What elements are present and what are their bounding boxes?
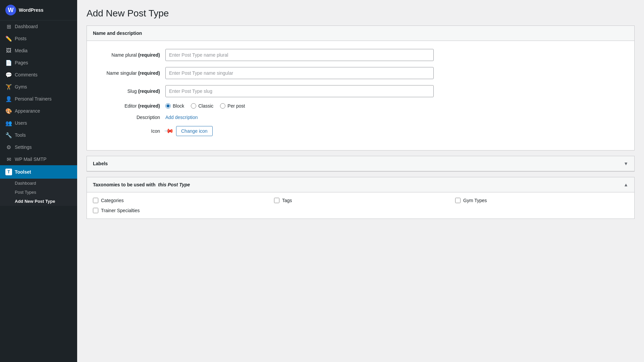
sidebar-item-comments[interactable]: 💬 Comments <box>0 69 77 81</box>
checkbox-gym-types[interactable]: Gym Types <box>455 198 628 203</box>
sidebar-item-label: Media <box>15 48 28 53</box>
checkbox-gym-types-input[interactable] <box>455 198 461 203</box>
name-description-header[interactable]: Name and description <box>87 26 634 41</box>
taxonomies-header[interactable]: Taxonomies to be used with this Post Typ… <box>87 177 634 192</box>
sidebar-item-label: Settings <box>15 144 32 150</box>
radio-per-post[interactable]: Per post <box>220 103 245 109</box>
radio-classic[interactable]: Classic <box>191 103 213 109</box>
page-title: Add New Post Type <box>87 8 635 19</box>
sidebar-item-label: Personal Trainers <box>15 96 52 102</box>
checkbox-trainer-specialties-label: Trainer Specialties <box>101 208 140 213</box>
toolset-label: Toolset <box>15 169 31 175</box>
radio-per-post-label: Per post <box>227 103 245 109</box>
sidebar-item-label: WP Mail SMTP <box>15 157 47 162</box>
slug-input[interactable] <box>165 85 434 97</box>
checkbox-categories-label: Categories <box>101 198 124 203</box>
add-description-link[interactable]: Add description <box>165 115 198 120</box>
icon-label: Icon <box>93 128 160 134</box>
radio-classic-input[interactable] <box>191 103 196 109</box>
checkbox-categories[interactable]: Categories <box>93 198 266 203</box>
taxonomies-checkboxes: Categories Tags Gym Types Trainer Specia… <box>87 192 634 219</box>
radio-block[interactable]: Block <box>165 103 184 109</box>
sidebar-item-users[interactable]: 👥 Users <box>0 117 77 129</box>
sidebar-item-add-new-post-type[interactable]: Add New Post Type <box>0 197 77 206</box>
dashboard-icon: ⊞ <box>5 23 12 30</box>
sidebar-item-pages[interactable]: 📄 Pages <box>0 57 77 69</box>
name-description-header-label: Name and description <box>93 31 142 36</box>
labels-card: Labels ▼ <box>87 156 635 172</box>
appearance-icon: 🎨 <box>5 108 12 114</box>
main-content: Add New Post Type Name and description N… <box>77 0 644 362</box>
checkbox-tags-input[interactable] <box>274 198 279 203</box>
description-label: Description <box>93 115 160 120</box>
checkbox-tags[interactable]: Tags <box>274 198 447 203</box>
personal-trainers-icon: 👤 <box>5 96 12 102</box>
name-description-body: Name plural (required) Name singular (re… <box>87 41 634 150</box>
checkbox-categories-input[interactable] <box>93 198 98 203</box>
name-singular-row: Name singular (required) <box>93 67 628 79</box>
sidebar-item-ts-dashboard[interactable]: Dashboard <box>0 179 77 188</box>
name-singular-input[interactable] <box>165 67 434 79</box>
radio-block-input[interactable] <box>165 103 171 109</box>
sidebar-item-appearance[interactable]: 🎨 Appearance <box>0 105 77 117</box>
slug-label: Slug (required) <box>93 88 160 94</box>
toolset-submenu: Dashboard Post Types Add New Post Type <box>0 179 77 206</box>
radio-classic-label: Classic <box>198 103 213 109</box>
checkbox-trainer-specialties-input[interactable] <box>93 208 98 213</box>
labels-header[interactable]: Labels ▼ <box>87 156 634 171</box>
icon-control-group: 📌 Change icon <box>165 126 213 136</box>
sidebar-logo: W WordPress <box>0 0 77 20</box>
posts-icon: ✏️ <box>5 35 12 42</box>
checkbox-trainer-specialties[interactable]: Trainer Specialties <box>93 208 266 213</box>
sidebar-item-toolset[interactable]: T Toolset <box>0 165 77 179</box>
checkbox-gym-types-label: Gym Types <box>463 198 487 203</box>
sidebar-item-post-types[interactable]: Post Types <box>0 188 77 197</box>
pages-icon: 📄 <box>5 59 12 66</box>
editor-label: Editor (required) <box>93 103 160 109</box>
sidebar-item-wp-mail-smtp[interactable]: ✉ WP Mail SMTP <box>0 153 77 165</box>
sidebar-item-label: Tools <box>15 132 26 138</box>
content-area: Add New Post Type Name and description N… <box>77 0 644 362</box>
editor-required: (required) <box>138 103 160 109</box>
labels-header-label: Labels <box>93 161 108 166</box>
taxonomies-card: Taxonomies to be used with this Post Typ… <box>87 177 635 219</box>
pin-icon: 📌 <box>164 126 174 136</box>
taxonomies-header-italic: this Post Type <box>158 182 190 187</box>
slug-row: Slug (required) <box>93 85 628 97</box>
labels-chevron-icon: ▼ <box>624 161 628 166</box>
checkbox-tags-label: Tags <box>282 198 292 203</box>
name-plural-input[interactable] <box>165 49 434 61</box>
radio-per-post-input[interactable] <box>220 103 225 109</box>
change-icon-button[interactable]: Change icon <box>176 126 213 136</box>
sidebar-item-posts[interactable]: ✏️ Posts <box>0 33 77 45</box>
radio-block-label: Block <box>173 103 184 109</box>
name-plural-row: Name plural (required) <box>93 49 628 61</box>
name-singular-label: Name singular (required) <box>93 70 160 76</box>
media-icon: 🖼 <box>5 47 12 54</box>
taxonomies-header-label: Taxonomies to be used with this Post Typ… <box>93 182 190 187</box>
description-row: Description Add description <box>93 115 628 120</box>
sidebar-item-personal-trainers[interactable]: 👤 Personal Trainers <box>0 93 77 105</box>
sidebar-item-tools[interactable]: 🔧 Tools <box>0 129 77 141</box>
toolset-icon: T <box>5 169 12 175</box>
sidebar-item-label: Users <box>15 120 27 126</box>
taxonomies-header-prefix: Taxonomies to be used with <box>93 182 155 187</box>
editor-row: Editor (required) Block Classic <box>93 103 628 109</box>
sidebar-item-media[interactable]: 🖼 Media <box>0 45 77 57</box>
wp-mail-smtp-icon: ✉ <box>5 156 12 163</box>
name-plural-label: Name plural (required) <box>93 52 160 58</box>
gyms-icon: 🏋 <box>5 83 12 90</box>
sidebar-item-label: Dashboard <box>15 24 38 29</box>
name-plural-required: (required) <box>138 52 160 58</box>
sidebar-nav: ⊞ Dashboard ✏️ Posts 🖼 Media 📄 Pages 💬 C… <box>0 20 77 362</box>
slug-required: (required) <box>138 88 160 94</box>
sidebar-item-settings[interactable]: ⚙ Settings <box>0 141 77 153</box>
sidebar-item-gyms[interactable]: 🏋 Gyms <box>0 81 77 93</box>
editor-radio-group: Block Classic Per post <box>165 103 245 109</box>
comments-icon: 💬 <box>5 71 12 78</box>
users-icon: 👥 <box>5 120 12 126</box>
sidebar-logo-text: WordPress <box>19 7 44 13</box>
sidebar-item-label: Appearance <box>15 108 40 114</box>
sidebar-item-dashboard[interactable]: ⊞ Dashboard <box>0 20 77 33</box>
wordpress-logo-icon: W <box>5 5 16 15</box>
